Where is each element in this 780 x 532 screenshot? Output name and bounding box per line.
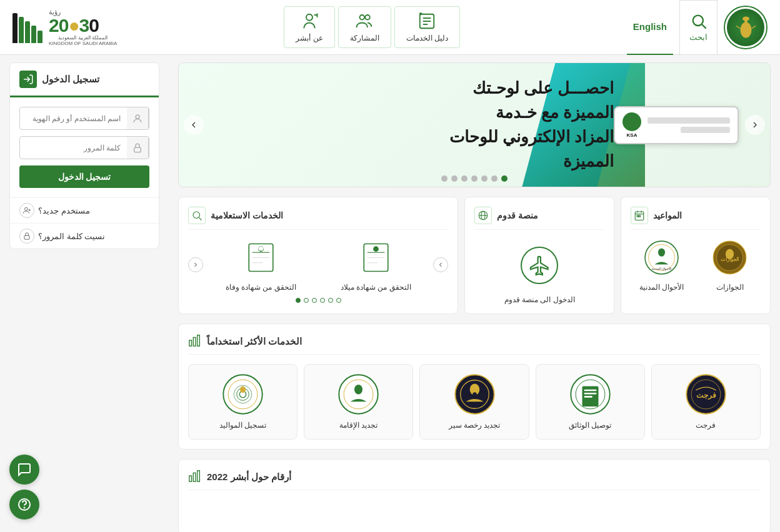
vision-logo-area: رؤية 20●30 المملكة العربية السعوديةKINGD… [12, 8, 117, 46]
carousel-next-button[interactable] [745, 115, 765, 135]
appointments-card: المواعيد [621, 197, 771, 314]
arrival-icon [474, 207, 492, 224]
svg-rect-79 [24, 235, 29, 239]
most-used-item-iqama[interactable]: تجديد الإقامة [304, 364, 413, 440]
language-toggle[interactable]: English [627, 0, 673, 55]
svg-rect-55 [584, 393, 596, 395]
iqama-logo [338, 374, 379, 415]
people-icon [355, 12, 374, 31]
logo-emblem [732, 13, 760, 41]
inquiry-dot-3[interactable] [320, 298, 325, 303]
plate-image: KSA [614, 106, 739, 144]
svg-point-11 [360, 15, 365, 20]
inquiry-prev-button[interactable] [433, 257, 448, 272]
carousel-dot-3[interactable] [481, 175, 488, 182]
arrival-title: منصة قدوم [497, 210, 538, 220]
login-header-icon [19, 71, 37, 88]
service-item-civil[interactable]: الأحوال المدنية الأحوال المدنية [631, 237, 692, 292]
svg-point-13 [306, 14, 312, 21]
book-icon [418, 12, 436, 31]
arrival-item[interactable]: الدخول الى منصة قدوم [504, 240, 575, 304]
most-used-item-docs[interactable]: توصيل الوثائق [536, 364, 645, 440]
inquiry-next-button[interactable] [188, 257, 203, 272]
password-input-wrap [19, 136, 149, 159]
svg-line-34 [199, 217, 201, 220]
login-header: تسجيل الدخول [10, 63, 159, 97]
svg-point-39 [373, 246, 379, 252]
forgot-password-link[interactable]: نسيت كلمة المرور؟ [10, 223, 159, 249]
most-used-item-driving[interactable]: تجديد رخصة سير [419, 364, 529, 440]
most-used-item-faraj[interactable]: فرجت فرجت [651, 364, 761, 440]
nav-label-participation: المشاركة [350, 34, 379, 42]
civil-label: الأحوال المدنية [639, 283, 684, 292]
chevron-right-icon [750, 120, 760, 130]
most-used-item-birth-reg[interactable]: تسجيل المواليد [188, 364, 298, 440]
inquiry-card: الخدمات الاستعلامية [178, 197, 458, 314]
new-user-link[interactable]: مستخدم جديد؟ [10, 197, 159, 223]
passports-logo: الجوازات [709, 237, 750, 278]
forgot-password-icon [19, 229, 34, 244]
person-add-icon [22, 206, 31, 215]
svg-line-4 [751, 26, 756, 29]
help-float-button[interactable] [9, 490, 39, 520]
carousel-dot-1[interactable] [501, 175, 508, 182]
inquiry-dots [188, 298, 448, 303]
iqama-emblem [338, 374, 379, 415]
appointments-header: المواعيد [631, 207, 761, 230]
numbers-section: أرقام حول أبشر 2022 [178, 459, 771, 532]
username-input[interactable] [20, 109, 127, 128]
numbers-bar-icon [188, 469, 202, 485]
chevron-left-small-icon [437, 261, 444, 268]
nav-item-service-guide[interactable]: دليل الخدمات [394, 6, 460, 48]
driving-label: تجديد رخصة سير [449, 421, 501, 430]
chat-float-button[interactable] [9, 455, 39, 485]
chat-icon [17, 462, 32, 477]
inquiry-item-birth[interactable]: التحقق من شهادة ميلاد [321, 237, 430, 292]
inquiry-dot-6[interactable] [296, 298, 301, 303]
service-item-passports[interactable]: الجوازات الجوازات [699, 237, 761, 292]
svg-rect-47 [198, 335, 200, 346]
death-cert-icon-wrap [241, 237, 281, 278]
svg-rect-16 [635, 212, 644, 220]
services-row: المواعيد [178, 197, 771, 314]
chevron-right-small-icon [192, 261, 199, 268]
search-label: ابحث [689, 32, 708, 42]
main-layout: KSA احصـــل على لوحـتك المميزة مع خـدمة … [0, 55, 780, 532]
carousel-dot-5[interactable] [461, 175, 468, 182]
inquiry-item-death[interactable]: التحقق من شهادة وفاة [206, 237, 315, 292]
inquiry-dot-4[interactable] [312, 298, 317, 303]
birth-reg-emblem [222, 374, 263, 415]
carousel-dot-4[interactable] [471, 175, 478, 182]
magnify-icon [191, 210, 202, 221]
plane-icon-wrap [521, 247, 558, 284]
svg-point-60 [472, 392, 477, 397]
carousel-dot-2[interactable] [491, 175, 498, 182]
nav-item-participation[interactable]: المشاركة [338, 6, 391, 48]
nav-item-about[interactable]: عن أبشر [284, 6, 334, 48]
inquiry-dot-2[interactable] [328, 298, 333, 303]
left-panel: KSA احصـــل على لوحـتك المميزة مع خـدمة … [178, 62, 771, 532]
carousel-dot-6[interactable] [451, 175, 458, 182]
driving-logo [454, 374, 495, 415]
login-button[interactable]: تسجيل الدخول [19, 165, 149, 188]
floating-buttons [9, 455, 39, 520]
carousel-dot-7[interactable] [441, 175, 448, 182]
search-button[interactable]: ابحث [679, 0, 718, 55]
svg-point-2 [742, 16, 749, 21]
inquiry-dot-1[interactable] [336, 298, 341, 303]
carousel-prev-button[interactable] [184, 115, 204, 135]
carousel-content: KSA احصـــل على لوحـتك المميزة مع خـدمة … [179, 63, 770, 187]
svg-rect-54 [584, 390, 596, 392]
password-input[interactable] [20, 139, 127, 157]
death-cert-label: التحقق من شهادة وفاة [226, 283, 296, 292]
inquiry-nav-wrap: التحقق من شهادة ميلاد [188, 237, 448, 292]
username-input-wrap [19, 107, 149, 130]
svg-point-33 [193, 212, 200, 219]
inquiry-dot-5[interactable] [304, 298, 309, 303]
info-person-icon [300, 12, 319, 31]
header-right: ابحث English [627, 0, 768, 55]
svg-rect-75 [134, 147, 141, 152]
plane-icon [529, 255, 551, 277]
svg-text:فرجت: فرجت [696, 391, 716, 400]
header-nav: دليل الخدمات المشاركة عن أبشر [284, 6, 460, 48]
